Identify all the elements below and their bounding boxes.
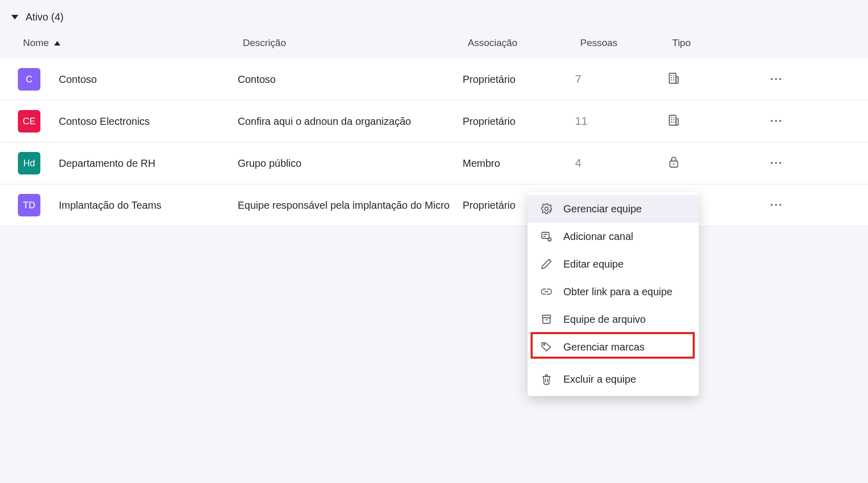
column-headers-row: Nome Descrição Associação Pessoas Tipo	[0, 37, 868, 59]
svg-point-0	[545, 207, 548, 210]
more-options-button[interactable]: ···	[764, 157, 795, 170]
table-row[interactable]: TDImplantação do TeamsEquipe responsável…	[0, 185, 868, 227]
team-people-count: 4	[575, 157, 667, 170]
teams-list-container: Ativo (4) Nome Descrição Associação Pess…	[0, 0, 868, 227]
column-name-label: Nome	[23, 37, 49, 49]
gear-icon	[540, 202, 553, 215]
menu-add-channel[interactable]: Adicionar canal	[528, 223, 699, 227]
team-avatar: C	[18, 68, 40, 91]
team-description: Confira aqui o adnoun da organização	[238, 116, 463, 127]
team-context-menu: Gerenciar equipe Adicionar canal Editar …	[528, 192, 699, 227]
column-header-name[interactable]: Nome	[23, 37, 243, 49]
menu-item-label: Gerenciar equipe	[563, 203, 642, 215]
team-people-count: 11	[575, 115, 667, 128]
team-type	[667, 114, 764, 129]
team-name: Implantação do Teams	[59, 200, 238, 211]
table-row[interactable]: CContosoContosoProprietário7···	[0, 59, 868, 101]
team-association: Proprietário	[463, 74, 575, 85]
building-icon	[667, 72, 680, 85]
team-avatar: CE	[18, 110, 40, 133]
column-header-association[interactable]: Associação	[468, 37, 580, 49]
column-header-description[interactable]: Descrição	[243, 37, 468, 49]
team-association: Proprietário	[463, 116, 575, 127]
section-header[interactable]: Ativo (4)	[0, 0, 868, 37]
column-header-people[interactable]: Pessoas	[580, 37, 672, 49]
team-name: Contoso	[59, 74, 238, 85]
team-name: Contoso Electronics	[59, 116, 238, 127]
team-people-count: 7	[575, 73, 667, 86]
collapse-icon[interactable]	[11, 15, 18, 19]
lock-icon	[667, 156, 680, 169]
more-options-button[interactable]: ···	[764, 115, 795, 128]
teams-table: Nome Descrição Associação Pessoas Tipo C…	[0, 37, 868, 227]
team-association: Membro	[463, 158, 575, 169]
more-options-button[interactable]: ···	[764, 73, 795, 86]
column-header-type[interactable]: Tipo	[672, 37, 769, 49]
sort-asc-icon	[54, 41, 60, 46]
table-row[interactable]: HdDepartamento de RHGrupo públicoMembro4…	[0, 143, 868, 185]
building-icon	[667, 114, 680, 127]
team-name: Departamento de RH	[59, 158, 238, 169]
team-type	[667, 72, 764, 87]
more-options-button[interactable]: ···	[764, 199, 795, 212]
team-avatar: Hd	[18, 152, 40, 174]
team-description: Contoso	[238, 74, 463, 85]
team-description: Grupo público	[238, 158, 463, 169]
team-description: Equipe responsável pela implantação do M…	[238, 200, 463, 211]
menu-manage-team[interactable]: Gerenciar equipe	[528, 195, 699, 223]
team-avatar: TD	[18, 194, 40, 216]
section-title: Ativo (4)	[26, 11, 63, 23]
team-type	[667, 156, 764, 171]
table-row[interactable]: CEContoso ElectronicsConfira aqui o adno…	[0, 101, 868, 143]
